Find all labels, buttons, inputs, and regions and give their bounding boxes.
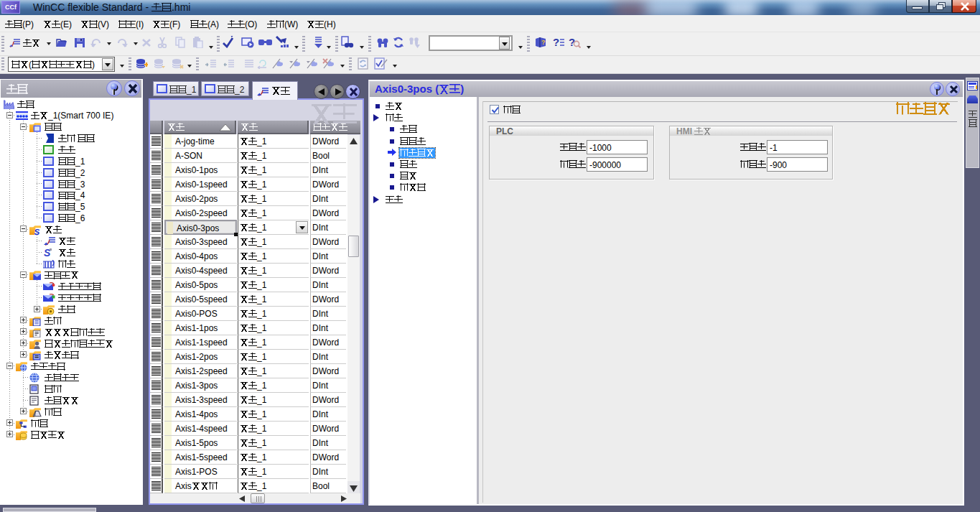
svg-text:?: ? bbox=[541, 39, 546, 46]
svg-text:?: ? bbox=[553, 37, 559, 48]
svg-text:S: S bbox=[34, 227, 39, 235]
